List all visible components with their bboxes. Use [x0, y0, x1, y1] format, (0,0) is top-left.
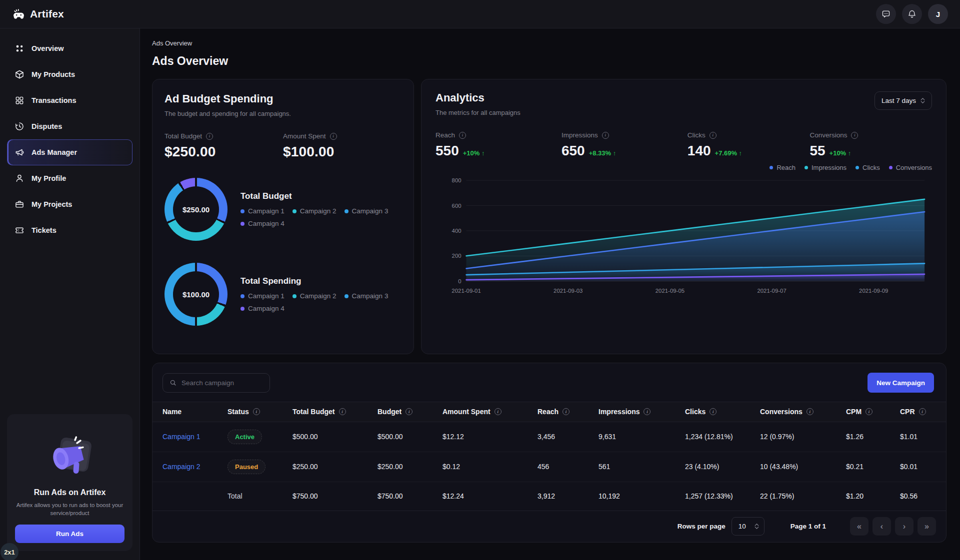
info-icon[interactable]: i [602, 132, 609, 139]
sidebar-item-label: My Profile [32, 174, 66, 182]
column-header-budget: Budgeti [378, 408, 442, 416]
info-icon[interactable]: i [919, 408, 926, 415]
info-icon[interactable]: i [710, 132, 716, 139]
legend-item-campaign-2: Campaign 2 [292, 207, 336, 215]
search-input[interactable] [182, 379, 264, 387]
info-icon[interactable]: i [339, 408, 346, 415]
rows-per-page-select[interactable]: 10 [732, 517, 764, 536]
chart-legend-clicks: Clicks [856, 164, 880, 171]
sidebar-item-tickets[interactable]: Tickets [7, 217, 132, 243]
megaphone-3d-illustration [40, 423, 100, 483]
grid-icon [14, 95, 24, 105]
chat-button[interactable] [876, 4, 896, 24]
budget-stats: Total Budgeti$250.00Amount Spenti$100.00 [164, 132, 402, 160]
prev-page-button[interactable]: ‹ [872, 517, 891, 536]
status-badge: Paused [228, 460, 266, 474]
ticket-icon [14, 225, 24, 235]
table-cell: $12.12 [442, 433, 538, 441]
budget-card-subtitle: The budget and spending for all campaign… [164, 110, 402, 117]
table-row: Campaign 2Paused$250.00$250.00$0.1245656… [152, 452, 946, 482]
legend-dot [804, 166, 808, 169]
info-icon[interactable]: i [866, 408, 872, 415]
campaign-link[interactable]: Campaign 2 [162, 463, 200, 471]
app-logo[interactable]: Artifex [0, 7, 140, 21]
info-icon[interactable]: i [710, 408, 716, 415]
svg-text:2021-09-03: 2021-09-03 [554, 288, 582, 294]
legend-label: Campaign 1 [248, 292, 284, 300]
table-row: Campaign 1Active$500.00$500.00$12.123,45… [152, 422, 946, 452]
select-chevrons-icon [754, 524, 759, 529]
user-avatar[interactable]: J [928, 4, 948, 24]
donut-rows: $250.00Total BudgetCampaign 1Campaign 2C… [164, 178, 402, 326]
logo-text: Artifex [30, 8, 64, 20]
column-header-name: Name [162, 408, 228, 416]
metric-value: 650 [562, 143, 585, 159]
legend-dot [344, 209, 348, 213]
table-cell: $500.00 [292, 433, 378, 441]
last-page-button[interactable]: » [918, 517, 936, 536]
sidebar-item-transactions[interactable]: Transactions [7, 87, 132, 113]
sidebar-item-label: Ads Manager [32, 148, 77, 156]
sidebar-item-overview[interactable]: Overview [7, 35, 132, 61]
metric-delta: +7.69% ↑ [715, 149, 742, 157]
info-icon[interactable]: i [330, 133, 337, 140]
total-label: Total [228, 492, 292, 500]
column-label: Amount Spent [442, 408, 490, 416]
status-cell: Active [228, 430, 292, 444]
legend-label: Clicks [862, 164, 880, 171]
total-spending-donut-chart: $100.00 [164, 263, 228, 326]
avatar-initial: J [936, 10, 940, 18]
svg-text:600: 600 [452, 202, 462, 208]
select-chevrons-icon [920, 98, 925, 103]
svg-text:0: 0 [458, 278, 461, 284]
info-icon[interactable]: i [806, 408, 814, 415]
run-ads-button[interactable]: Run Ads [15, 525, 124, 543]
legend-label: Campaign 2 [300, 292, 336, 300]
sidebar-item-ads-manager[interactable]: Ads Manager [7, 139, 132, 165]
analytics-title: Analytics [436, 91, 520, 104]
column-label: Conversions [760, 408, 802, 416]
info-icon[interactable]: i [644, 408, 650, 415]
notifications-button[interactable] [902, 4, 922, 24]
analytics-subtitle: The metrics for all campaigns [436, 109, 520, 116]
metric-conversions: Conversionsi55+10% ↑ [810, 131, 932, 159]
sidebar-item-label: Overview [32, 44, 64, 52]
info-icon[interactable]: i [851, 132, 858, 139]
sidebar-item-label: Disputes [32, 122, 62, 130]
first-page-button[interactable]: « [850, 517, 868, 536]
info-icon[interactable]: i [253, 408, 260, 415]
info-icon[interactable]: i [494, 408, 502, 415]
legend-label: Impressions [812, 164, 846, 171]
legend-dot [344, 294, 348, 298]
rows-per-page-label: Rows per page [678, 523, 726, 530]
gamepad-icon [12, 7, 26, 21]
sidebar-item-my-projects[interactable]: My Projects [7, 191, 132, 217]
bell-icon [907, 9, 917, 19]
sidebar-item-my-products[interactable]: My Products [7, 61, 132, 87]
info-icon[interactable]: i [406, 408, 412, 415]
next-page-button[interactable]: › [895, 517, 914, 536]
date-range-select[interactable]: Last 7 days [874, 91, 932, 110]
status-cell: Paused [228, 460, 292, 474]
info-icon[interactable]: i [459, 132, 466, 139]
cards-row: Ad Budget Spending The budget and spendi… [152, 79, 946, 354]
info-icon[interactable]: i [562, 408, 570, 415]
metric-label-text: Clicks [688, 131, 706, 139]
new-campaign-button[interactable]: New Campaign [868, 373, 934, 393]
promo-card: Run Ads on Artifex Artifex allows you to… [7, 414, 132, 551]
stat-label-text: Amount Spent [283, 132, 326, 140]
pagination-bar: Rows per page 10 Page 1 of 1 «‹›» [152, 511, 946, 542]
breadcrumb[interactable]: Ads Overview [152, 39, 946, 47]
budget-stat: Amount Spenti$100.00 [283, 132, 402, 160]
sidebar-item-disputes[interactable]: Disputes [7, 113, 132, 139]
svg-text:200: 200 [452, 253, 462, 259]
info-icon[interactable]: i [206, 133, 213, 140]
campaign-link[interactable]: Campaign 1 [162, 433, 200, 441]
overlay-badge: 2x1 [0, 543, 18, 560]
total-cell: 1,257 (12.33%) [685, 492, 760, 500]
legend-dot [856, 166, 859, 169]
metric-value-row: 550+10% ↑ [436, 143, 562, 159]
sidebar-item-my-profile[interactable]: My Profile [7, 165, 132, 191]
status-badge: Active [228, 430, 262, 444]
sidebar-item-label: Tickets [32, 226, 56, 234]
